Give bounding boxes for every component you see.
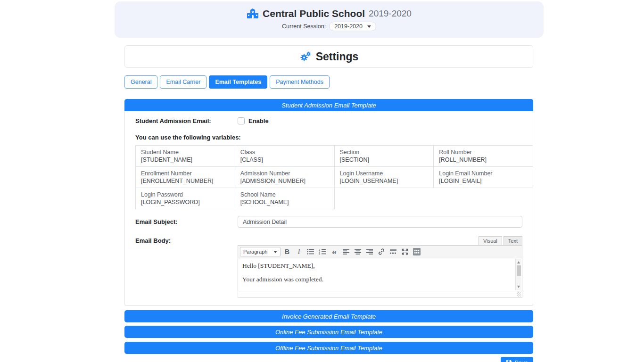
link-icon[interactable] — [376, 247, 387, 257]
gears-icon — [299, 51, 312, 62]
variable-cell: Enrollment Number[ENROLLMENT_NUMBER] — [136, 167, 235, 188]
editor-line: Hello [STUDENT_NAME], — [242, 262, 511, 270]
enable-checkbox-label: Enable — [248, 117, 269, 124]
editor-line: Your admission was completed. — [242, 276, 511, 283]
scroll-up-icon[interactable] — [517, 261, 520, 263]
variable-cell: Class[CLASS] — [235, 146, 334, 167]
align-center-icon[interactable] — [353, 247, 363, 257]
table-row: Enrollment Number[ENROLLMENT_NUMBER] Adm… — [136, 167, 533, 188]
svg-text:3: 3 — [319, 253, 320, 255]
school-name: Central Public School — [263, 8, 365, 19]
editor-content[interactable]: Hello [STUDENT_NAME], Your admission was… — [238, 258, 522, 291]
scroll-down-icon[interactable] — [517, 286, 520, 288]
editor-scrollbar[interactable] — [515, 259, 521, 290]
align-right-icon[interactable] — [364, 247, 375, 257]
section-header-student-admission[interactable]: Student Admission Email Template — [124, 99, 533, 111]
variable-cell: Roll Number[ROLL_NUMBER] — [434, 146, 533, 167]
table-row: Login Password[LOGIN_PASSWORD] School Na… — [136, 188, 533, 209]
email-body-label: Email Body: — [135, 236, 238, 244]
school-icon — [247, 8, 259, 19]
bold-icon[interactable]: B — [282, 247, 292, 257]
session-select-value: 2019-2020 — [334, 23, 363, 30]
page-title: Settings — [316, 50, 359, 63]
school-session-year: 2019-2020 — [369, 8, 412, 19]
save-button[interactable]: Save — [501, 357, 534, 362]
resize-grip-icon[interactable] — [517, 292, 521, 296]
email-subject-label: Email Subject: — [135, 218, 238, 225]
variable-cell: Login Password[LOGIN_PASSWORD] — [136, 188, 235, 209]
section-header-online-fee[interactable]: Online Fee Submission Email Template — [124, 326, 533, 338]
chevron-down-icon — [273, 251, 277, 253]
numbered-list-icon[interactable]: 123 — [317, 247, 328, 257]
editor-tab-visual[interactable]: Visual — [479, 236, 502, 245]
variable-cell: Student Name[STUDENT_NAME] — [136, 146, 235, 167]
current-session-label: Current Session: — [282, 23, 326, 30]
editor-tab-text[interactable]: Text — [504, 236, 522, 245]
session-select[interactable]: 2019-2020 — [329, 22, 376, 31]
chevron-down-icon — [367, 25, 371, 28]
paragraph-dropdown[interactable]: Paragraph — [240, 247, 281, 256]
variables-intro: You can use the following variables: — [135, 134, 522, 141]
fullscreen-icon[interactable] — [400, 247, 410, 257]
scrollbar-thumb[interactable] — [517, 265, 521, 276]
align-left-icon[interactable] — [341, 247, 351, 257]
student-admission-panel: Student Admission Email: Enable You can … — [124, 111, 533, 306]
variable-cell: Admission Number[ADMISSION_NUMBER] — [235, 167, 334, 188]
bulleted-list-icon[interactable] — [305, 247, 316, 257]
editor-resize-bar — [238, 291, 522, 298]
settings-header-card: Settings — [124, 45, 533, 68]
italic-icon[interactable]: I — [294, 247, 304, 257]
enable-row-label: Student Admission Email: — [135, 117, 238, 124]
save-icon — [506, 360, 512, 362]
blockquote-icon[interactable]: “ — [329, 247, 339, 257]
settings-tabs: General Email Carrier Email Templates Pa… — [124, 75, 533, 89]
tab-email-carrier[interactable]: Email Carrier — [160, 75, 206, 89]
variables-table: Student Name[STUDENT_NAME] Class[CLASS] … — [135, 145, 533, 209]
tab-payment-methods[interactable]: Payment Methods — [270, 75, 330, 89]
enable-checkbox[interactable] — [238, 117, 245, 124]
section-header-offline-fee[interactable]: Offline Fee Submission Email Template — [124, 342, 533, 354]
variable-cell: Login Email Number[LOGIN_EMAIL] — [434, 167, 533, 188]
school-title: Central Public School 2019-2020 — [247, 8, 412, 19]
read-more-icon[interactable] — [388, 247, 398, 257]
header-band: Central Public School 2019-2020 Current … — [115, 1, 544, 38]
variable-cell: Section[SECTION] — [334, 146, 434, 167]
table-row: Student Name[STUDENT_NAME] Class[CLASS] … — [136, 146, 533, 167]
toolbar-toggle-icon[interactable] — [412, 247, 422, 257]
email-body-editor: Visual Text Paragraph B I 123 — [238, 236, 522, 298]
tab-general[interactable]: General — [124, 75, 157, 89]
save-button-label: Save — [515, 360, 528, 362]
section-header-invoice-generated[interactable]: Invoice Generated Email Template — [124, 310, 533, 322]
editor-toolbar: Paragraph B I 123 “ — [238, 245, 522, 258]
tab-email-templates[interactable]: Email Templates — [209, 75, 267, 89]
email-subject-input[interactable] — [238, 216, 522, 228]
variable-cell: School Name[SCHOOL_NAME] — [235, 188, 334, 209]
variable-cell: Login Username[LOGIN_USERNAME] — [334, 167, 434, 188]
